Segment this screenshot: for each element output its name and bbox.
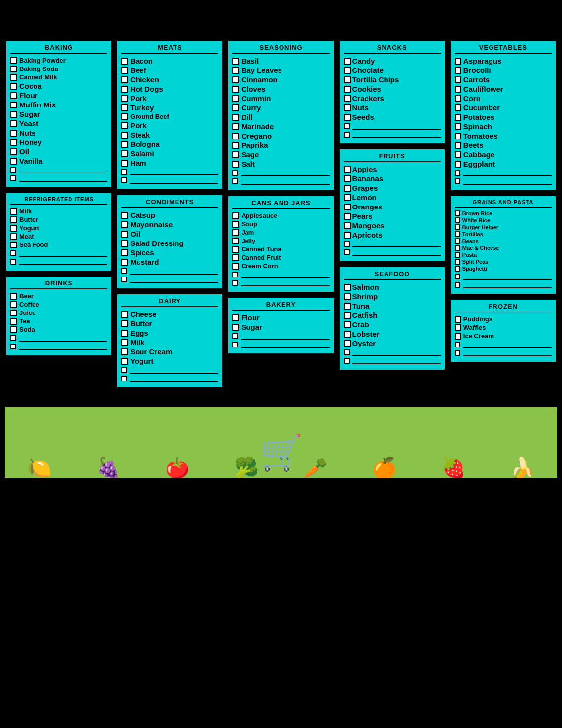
checkbox[interactable]	[10, 66, 17, 72]
checkbox[interactable]	[344, 114, 351, 121]
checkbox[interactable]	[121, 177, 127, 183]
checkbox[interactable]	[121, 367, 127, 373]
checkbox[interactable]	[344, 249, 350, 255]
list-item[interactable]: Baking Powder	[10, 57, 107, 64]
checkbox[interactable]	[455, 210, 460, 216]
list-item[interactable]: Crab	[344, 320, 441, 329]
list-item[interactable]: Steak	[121, 131, 218, 139]
checkbox[interactable]	[10, 225, 17, 232]
list-item[interactable]: Cream Corn	[232, 262, 329, 270]
blank-line[interactable]	[344, 357, 441, 364]
list-item[interactable]: Nuts	[10, 129, 107, 137]
checkbox[interactable]	[121, 221, 128, 228]
checkbox[interactable]	[232, 161, 239, 168]
list-item[interactable]: Oregano	[232, 132, 329, 140]
list-item[interactable]: Grapes	[344, 184, 441, 192]
checkbox[interactable]	[10, 148, 17, 155]
list-item[interactable]: Hot Dogs	[121, 85, 218, 93]
checkbox[interactable]	[121, 277, 127, 282]
list-item[interactable]: Bacon	[121, 57, 218, 65]
list-item[interactable]: Tortilla Chips	[344, 75, 441, 84]
checkbox[interactable]	[121, 150, 128, 157]
list-item[interactable]: Oranges	[344, 203, 441, 211]
checkbox[interactable]	[344, 232, 351, 239]
checkbox[interactable]	[344, 204, 351, 210]
blank-line[interactable]	[232, 170, 329, 176]
list-item[interactable]: Salt	[232, 160, 329, 168]
checkbox[interactable]	[232, 133, 239, 139]
checkbox[interactable]	[232, 212, 239, 219]
checkbox[interactable]	[344, 86, 351, 93]
checkbox[interactable]	[232, 272, 238, 277]
checkbox[interactable]	[10, 310, 17, 316]
checkbox[interactable]	[455, 58, 461, 65]
list-item[interactable]: Puddings	[455, 315, 552, 323]
checkbox[interactable]	[10, 120, 17, 127]
list-item[interactable]: Mangoes	[344, 221, 441, 230]
list-item[interactable]: Eggplant	[455, 160, 552, 168]
checkbox[interactable]	[455, 342, 460, 347]
blank-line[interactable]	[344, 123, 441, 130]
checkbox[interactable]	[121, 348, 128, 355]
list-item[interactable]: Tuna	[344, 302, 441, 310]
blank-line[interactable]	[344, 131, 441, 138]
list-item[interactable]: Candy	[344, 57, 441, 65]
checkbox[interactable]	[455, 231, 460, 237]
checkbox[interactable]	[121, 95, 128, 102]
checkbox[interactable]	[455, 274, 460, 279]
list-item[interactable]: Cummin	[232, 94, 329, 103]
list-item[interactable]: Lemon	[344, 193, 441, 202]
blank-line[interactable]	[232, 341, 329, 348]
checkbox[interactable]	[232, 333, 238, 339]
list-item[interactable]: Choclate	[344, 66, 441, 74]
checkbox[interactable]	[344, 95, 351, 102]
list-item[interactable]: Spinach	[455, 122, 552, 131]
checkbox[interactable]	[232, 263, 239, 270]
checkbox[interactable]	[10, 335, 16, 341]
checkbox[interactable]	[232, 58, 239, 65]
list-item[interactable]: Crackers	[344, 94, 441, 103]
checkbox[interactable]	[344, 358, 350, 364]
list-item[interactable]: Dill	[232, 113, 329, 121]
checkbox[interactable]	[121, 76, 128, 83]
checkbox[interactable]	[232, 123, 239, 130]
checkbox[interactable]	[232, 76, 239, 83]
list-item[interactable]: Cucumber	[455, 104, 552, 112]
list-item[interactable]: Coffee	[10, 301, 107, 308]
list-item[interactable]: Yogurt	[10, 224, 107, 232]
checkbox[interactable]	[344, 104, 351, 111]
checkbox[interactable]	[455, 133, 461, 139]
list-item[interactable]: Apricots	[344, 231, 441, 239]
checkbox[interactable]	[232, 342, 238, 347]
list-item[interactable]: Butter	[121, 319, 218, 328]
checkbox[interactable]	[455, 104, 461, 111]
checkbox[interactable]	[455, 76, 461, 83]
checkbox[interactable]	[455, 316, 461, 323]
checkbox[interactable]	[455, 114, 461, 121]
checkbox[interactable]	[121, 132, 128, 139]
checkbox[interactable]	[344, 132, 350, 138]
checkbox[interactable]	[121, 122, 128, 129]
checkbox[interactable]	[455, 245, 460, 251]
blank-line[interactable]	[455, 281, 552, 288]
checkbox[interactable]	[10, 167, 16, 173]
list-item[interactable]: Beef	[121, 66, 218, 74]
checkbox[interactable]	[232, 114, 239, 121]
checkbox[interactable]	[455, 161, 461, 168]
checkbox[interactable]	[10, 139, 17, 146]
checkbox[interactable]	[121, 311, 128, 318]
checkbox[interactable]	[121, 104, 128, 111]
checkbox[interactable]	[344, 340, 351, 347]
list-item[interactable]: Cocoa	[10, 82, 107, 90]
checkbox[interactable]	[232, 95, 239, 102]
list-item[interactable]: Sugar	[10, 110, 107, 118]
list-item[interactable]: Cheese	[121, 310, 218, 318]
blank-line[interactable]	[121, 268, 218, 275]
blank-line[interactable]	[455, 273, 552, 280]
list-item[interactable]: Seeds	[344, 113, 441, 121]
list-item[interactable]: Pears	[344, 212, 441, 220]
checkbox[interactable]	[344, 194, 351, 201]
list-item[interactable]: Pork	[121, 121, 218, 130]
list-item[interactable]: Tortillas	[455, 231, 552, 237]
list-item[interactable]: Honey	[10, 138, 107, 146]
